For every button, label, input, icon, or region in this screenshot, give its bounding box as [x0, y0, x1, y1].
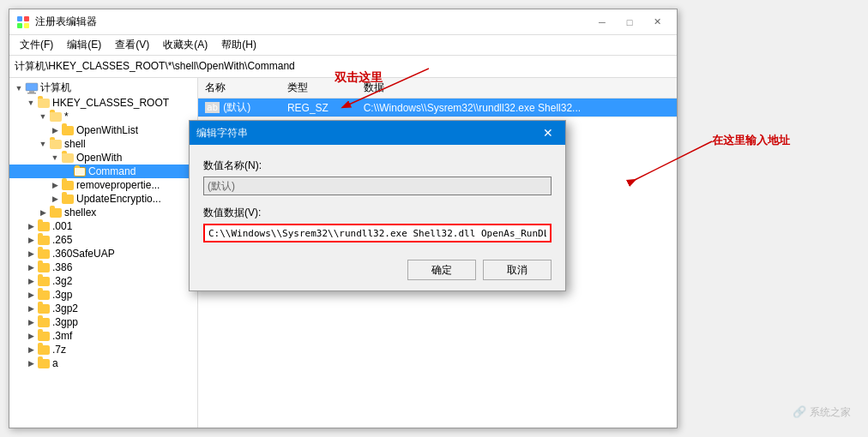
folder-icon-dot386 [37, 261, 51, 273]
tree-item-dot3gp2[interactable]: ▶ .3gp2 [9, 302, 197, 315]
tree-label-openwith: OpenWith [76, 152, 122, 164]
svg-rect-6 [27, 93, 36, 94]
name-input[interactable] [203, 177, 552, 195]
tree-item-updateencryption[interactable]: ▶ UpdateEncryptio... [9, 192, 197, 206]
tree-label-dot386: .386 [52, 261, 72, 273]
svg-rect-5 [29, 91, 34, 93]
tree-label-hkcr: HKEY_CLASSES_ROOT [52, 97, 169, 109]
menu-view[interactable]: 查看(V) [108, 36, 156, 54]
folder-icon-updateencryption [61, 193, 75, 205]
tree-item-shellex[interactable]: ▶ shellex [9, 206, 197, 219]
cancel-button[interactable]: 取消 [483, 260, 552, 280]
folder-icon-openwithlist [61, 124, 75, 136]
tree-label-command: Command [88, 165, 136, 177]
address-text: 计算机\HKEY_CLASSES_ROOT\*\shell\OpenWith\C… [15, 59, 295, 74]
arrow-computer: ▼ [13, 82, 25, 94]
svg-rect-1 [24, 16, 29, 21]
folder-icon-dot265 [37, 234, 51, 246]
folder-icon-dot7z [37, 344, 51, 356]
menu-file[interactable]: 文件(F) [13, 36, 60, 54]
arrow-dot3gp: ▶ [25, 289, 37, 301]
tree-item-command[interactable]: Command [9, 165, 197, 178]
menu-edit[interactable]: 编辑(E) [60, 36, 108, 54]
folder-icon-dot3g2 [37, 275, 51, 287]
annotation-inputhere: 在这里输入地址 [712, 133, 790, 148]
arrow-dot7z: ▶ [25, 344, 37, 356]
arrow-dot3g2: ▶ [25, 275, 37, 287]
tree-item-dot001[interactable]: ▶ .001 [9, 219, 197, 233]
tree-item-dot3mf[interactable]: ▶ .3mf [9, 329, 197, 343]
arrow-dot386: ▶ [25, 261, 37, 273]
tree-label-dot3gp2: .3gp2 [52, 302, 78, 314]
folder-icon-star [49, 111, 63, 123]
folder-icon-dot3gp2 [37, 302, 51, 314]
folder-icon-dot001 [37, 220, 51, 232]
tree-item-shell[interactable]: ▼ shell [9, 137, 197, 151]
tree-item-openwithlist[interactable]: ▶ OpenWithList [9, 123, 197, 137]
tree-item-dot3gp[interactable]: ▶ .3gp [9, 288, 197, 302]
tree-item-computer[interactable]: ▼ 计算机 [9, 80, 197, 96]
svg-rect-3 [24, 23, 29, 28]
tree-label-dot3mf: .3mf [52, 330, 72, 342]
folder-icon-dot3gp [37, 289, 51, 301]
window-title: 注册表编辑器 [35, 15, 97, 29]
registry-table: 名称 类型 数据 ab(默认) REG_SZ C:\\Windows\\Sysr… [198, 78, 677, 117]
tree-item-a[interactable]: ▶ a [9, 356, 197, 370]
tree-item-openwith[interactable]: ▼ OpenWith [9, 151, 197, 165]
tree-label-dot001: .001 [52, 220, 72, 232]
cell-data: C:\\Windows\\Sysrem32\\rundll32.exe Shel… [357, 99, 677, 117]
tree-item-removeproperties[interactable]: ▶ removepropertie... [9, 178, 197, 192]
arrow-star: ▼ [37, 111, 49, 123]
dialog-close-button[interactable]: ✕ [538, 124, 558, 141]
tree-label-dot265: .265 [52, 234, 72, 246]
folder-icon-openwith [61, 152, 75, 164]
tree-label-dot3gpp: .3gpp [52, 316, 78, 328]
arrow-dot3gpp: ▶ [25, 316, 37, 328]
tree-item-dot7z[interactable]: ▶ .7z [9, 343, 197, 356]
tree-panel[interactable]: ▼ 计算机 ▼ HKEY_CLASSES_ROOT [9, 78, 198, 428]
arrow-a: ▶ [25, 357, 37, 369]
tree-item-hkcr[interactable]: ▼ HKEY_CLASSES_ROOT [9, 96, 197, 110]
tree-label-dot7z: .7z [52, 344, 66, 356]
dialog-title-bar: 编辑字符串 ✕ [190, 121, 565, 145]
title-bar-controls: ─ □ ✕ [589, 13, 670, 32]
menu-favorites[interactable]: 收藏夹(A) [156, 36, 214, 54]
arrow-dot001: ▶ [25, 220, 37, 232]
arrow-dot265: ▶ [25, 234, 37, 246]
minimize-button[interactable]: ─ [589, 13, 615, 32]
tree-item-dot386[interactable]: ▶ .386 [9, 260, 197, 274]
svg-rect-2 [17, 23, 22, 28]
tree-item-dot3gpp[interactable]: ▶ .3gpp [9, 315, 197, 329]
tree-item-star[interactable]: ▼ * [9, 110, 197, 123]
value-type-badge: ab [205, 102, 220, 113]
tree-label-updateencryption: UpdateEncryptio... [76, 193, 161, 205]
svg-rect-4 [26, 83, 38, 91]
data-input[interactable] [203, 224, 552, 242]
ok-button[interactable]: 确定 [407, 260, 476, 280]
title-bar: 注册表编辑器 ─ □ ✕ [9, 9, 677, 35]
tree-label-dot3g2: .3g2 [52, 275, 72, 287]
arrow-dot3mf: ▶ [25, 330, 37, 342]
folder-icon-a [37, 357, 51, 369]
tree-item-dot265[interactable]: ▶ .265 [9, 233, 197, 247]
close-button[interactable]: ✕ [644, 13, 670, 32]
menu-help[interactable]: 帮助(H) [214, 36, 263, 54]
data-label: 数值数据(V): [203, 206, 552, 220]
tree-item-dot360safeuap[interactable]: ▶ .360SafeUAP [9, 247, 197, 260]
tree-label-dot3gp: .3gp [52, 289, 72, 301]
title-bar-left: 注册表编辑器 [16, 15, 97, 29]
edit-dialog: 编辑字符串 ✕ 数值名称(N): 数值数据(V): 确定 取消 [189, 120, 566, 291]
name-label: 数值名称(N): [203, 159, 552, 173]
maximize-button[interactable]: □ [617, 13, 642, 32]
tree-item-dot3g2[interactable]: ▶ .3g2 [9, 274, 197, 288]
folder-icon-dot360safeuap [37, 248, 51, 260]
arrow-shellex: ▶ [37, 207, 49, 218]
table-row[interactable]: ab(默认) REG_SZ C:\\Windows\\Sysrem32\\run… [198, 99, 677, 117]
menu-bar: 文件(F) 编辑(E) 查看(V) 收藏夹(A) 帮助(H) [9, 35, 677, 56]
folder-icon-command [73, 165, 87, 177]
folder-icon-shell [49, 138, 63, 150]
arrow-removeproperties: ▶ [49, 179, 61, 191]
computer-icon [25, 82, 39, 94]
folder-icon-dot3gpp [37, 316, 51, 328]
arrow-openwithlist: ▶ [49, 124, 61, 136]
